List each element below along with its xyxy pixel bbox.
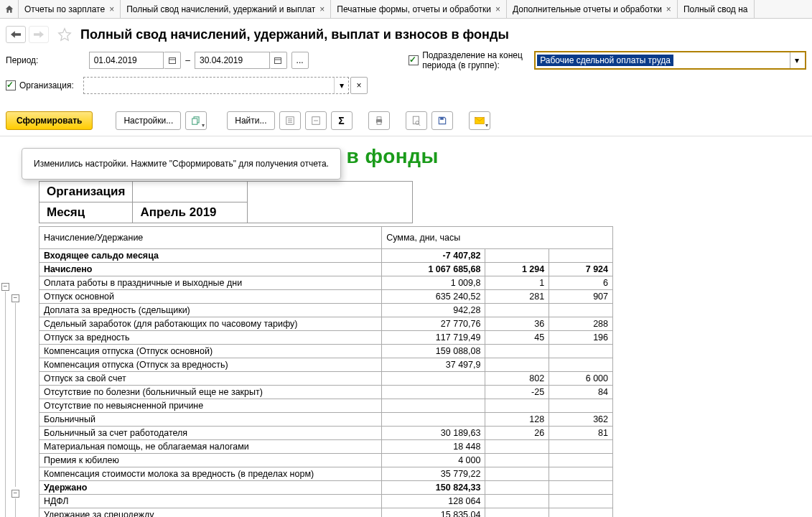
svg-rect-5 <box>192 118 197 124</box>
preview-icon[interactable] <box>406 111 427 130</box>
find-button[interactable]: Найти... <box>227 111 274 130</box>
save-icon[interactable] <box>431 111 453 130</box>
back-button[interactable] <box>6 26 26 43</box>
svg-rect-14 <box>440 117 444 120</box>
org-checkbox-label: Организация: <box>19 80 74 90</box>
close-icon[interactable]: × <box>495 4 500 14</box>
calendar-icon[interactable] <box>270 52 287 69</box>
sum-icon[interactable]: Σ <box>331 111 353 130</box>
table-row[interactable]: Компенсация отпуска (Отпуск основной)159… <box>39 344 613 358</box>
meta-month-value: Апрель 2019 <box>133 202 248 223</box>
table-row[interactable]: Входящее сальдо месяца-7 407,82 <box>39 248 613 262</box>
expand-all-icon[interactable] <box>279 111 301 130</box>
unit-checkbox[interactable]: Подразделение на конец периода (в группе… <box>409 50 530 71</box>
table-row[interactable]: Больничный128362 <box>39 412 613 426</box>
col-name: Начисление/Удержание <box>39 226 382 248</box>
table-row[interactable]: Отпуск за вредность117 719,4945196 <box>39 330 613 344</box>
table-row[interactable]: Компенсация стоимости молока за вредност… <box>39 467 613 480</box>
table-row[interactable]: Премия к юбилею4 000 <box>39 453 613 467</box>
unit-select[interactable]: Рабочие сдельной оплаты труда ▾ <box>534 51 806 70</box>
generate-button[interactable]: Сформировать <box>6 111 93 130</box>
tab-3[interactable]: Дополнительные отчеты и обработки× <box>507 0 678 18</box>
table-row[interactable]: Начислено1 067 685,681 2947 924 <box>39 262 613 276</box>
unit-checkbox-label: Подразделение на конец периода (в группе… <box>422 50 530 71</box>
table-row[interactable]: Оплата работы в праздничные и выходные д… <box>39 276 613 289</box>
chevron-down-icon[interactable]: ▾ <box>790 52 804 68</box>
meta-month-label: Месяц <box>39 202 133 223</box>
filters: Период: 01.04.2019 – 30.04.2019 ... Подр… <box>0 47 812 106</box>
close-icon[interactable]: × <box>666 4 671 14</box>
nav-row: Полный свод начислений, удержаний, выпла… <box>0 19 812 47</box>
org-select[interactable]: ▾ <box>83 77 349 94</box>
page-title: Полный свод начислений, удержаний, выпла… <box>80 27 509 42</box>
period-label: Период: <box>6 55 78 65</box>
table-row[interactable]: Сдельный заработок (для работающих по ча… <box>39 317 613 330</box>
svg-rect-9 <box>377 117 381 120</box>
favorite-icon[interactable] <box>57 27 72 42</box>
tab-1[interactable]: Полный свод начислений, удержаний и выпл… <box>121 0 331 18</box>
report-area: Изменились настройки. Нажмите "Сформиров… <box>0 136 812 517</box>
tooltip: Изменились настройки. Нажмите "Сформиров… <box>22 148 341 180</box>
mail-icon[interactable] <box>469 111 490 130</box>
date-from-input[interactable]: 01.04.2019 <box>89 52 164 69</box>
table-row[interactable]: Компенсация отпуска (Отпуск за вредность… <box>39 358 613 371</box>
close-icon[interactable]: × <box>109 4 114 14</box>
svg-rect-10 <box>377 122 381 125</box>
tree-toggle[interactable]: − <box>1 283 9 291</box>
meta-empty <box>248 181 413 223</box>
org-checkbox[interactable]: Организация: <box>6 80 83 90</box>
table-row[interactable]: Удержано150 824,33 <box>39 480 613 494</box>
table-row[interactable]: Материальная помощь, не облагаемая налог… <box>39 439 613 453</box>
unit-value: Рабочие сдельной оплаты труда <box>537 55 673 66</box>
forward-button[interactable] <box>29 26 49 43</box>
tree-toggle[interactable]: − <box>11 490 19 498</box>
period-picker-button[interactable]: ... <box>291 52 309 69</box>
svg-line-13 <box>418 124 419 125</box>
home-icon[interactable] <box>0 0 19 19</box>
print-icon[interactable] <box>368 111 390 130</box>
clear-icon[interactable]: × <box>350 77 368 94</box>
collapse-all-icon[interactable] <box>305 111 327 130</box>
report-table: Начисление/Удержание Сумма, дни, часы Вх… <box>39 226 613 517</box>
tree-handles: − − − <box>0 230 27 517</box>
meta-org-label: Организация <box>39 181 133 202</box>
table-row[interactable]: Удержание за спецодежду15 835,04 <box>39 508 613 517</box>
svg-rect-11 <box>413 116 419 124</box>
table-row[interactable]: НДФЛ128 064 <box>39 494 613 508</box>
svg-rect-0 <box>169 58 175 64</box>
svg-rect-2 <box>275 58 281 64</box>
table-row[interactable]: Доплата за вредность (сдельщики)942,28 <box>39 303 613 317</box>
date-to-input[interactable]: 30.04.2019 <box>195 52 270 69</box>
chevron-down-icon[interactable]: ▾ <box>334 78 348 93</box>
table-row[interactable]: Отсутствие по болезни (больничный еще не… <box>39 385 613 399</box>
calendar-icon[interactable] <box>164 52 181 69</box>
toolbar: Сформировать Настройки... Найти... Σ <box>0 106 812 136</box>
close-icon[interactable]: × <box>319 4 325 14</box>
tab-4[interactable]: Полный свод на <box>678 0 755 18</box>
report-meta: Организация Месяц Апрель 2019 <box>39 181 413 223</box>
table-row[interactable]: Отпуск за свой счет8026 000 <box>39 371 613 385</box>
table-row[interactable]: Отпуск основной635 240,52281907 <box>39 289 613 303</box>
dash: – <box>185 55 190 65</box>
table-row[interactable]: Больничный за счет работодателя30 189,63… <box>39 426 613 439</box>
col-sum: Сумма, дни, часы <box>382 226 613 248</box>
table-row[interactable]: Отсутствие по невыясненной причине <box>39 399 613 412</box>
tab-bar: Отчеты по зарплате× Полный свод начислен… <box>0 0 812 19</box>
settings-button[interactable]: Настройки... <box>116 111 181 130</box>
tree-toggle[interactable]: − <box>11 294 19 302</box>
tab-2[interactable]: Печатные формы, отчеты и обработки× <box>331 0 507 18</box>
meta-org-value <box>133 181 248 202</box>
copy-button[interactable] <box>185 111 207 130</box>
tab-0[interactable]: Отчеты по зарплате× <box>19 0 121 18</box>
